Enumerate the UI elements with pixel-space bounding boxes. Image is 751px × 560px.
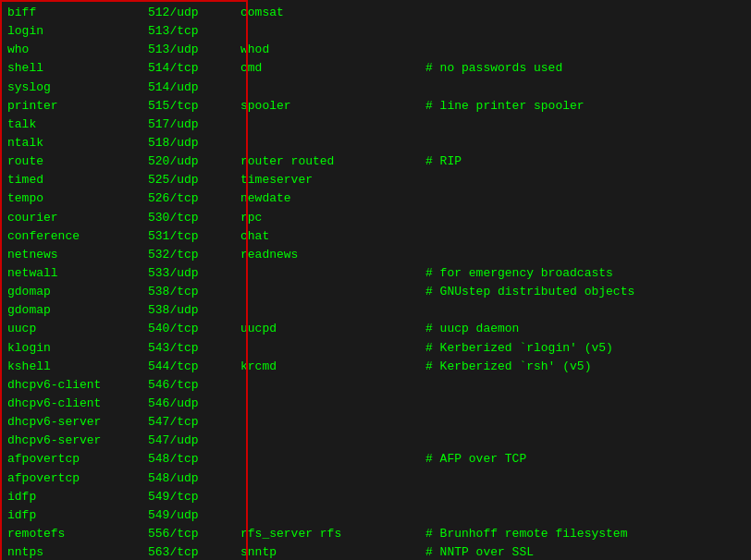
table-row: biff512/udpcomsat bbox=[0, 4, 751, 22]
service-port: 514/udp bbox=[148, 79, 240, 97]
service-alias bbox=[240, 116, 425, 134]
service-name: login bbox=[0, 22, 148, 41]
table-row: dhcpv6-server547/udp bbox=[0, 432, 751, 450]
service-alias: comsat bbox=[240, 4, 425, 22]
service-comment: # uucp daemon bbox=[425, 320, 519, 338]
table-row: shell514/tcpcmd# no passwords used bbox=[0, 59, 751, 78]
service-port: 513/udp bbox=[148, 41, 240, 59]
service-name: nntps bbox=[0, 543, 148, 560]
service-name: ntalk bbox=[0, 134, 148, 152]
service-alias bbox=[240, 79, 425, 97]
service-comment: # NNTP over SSL bbox=[425, 543, 534, 560]
table-row: courier530/tcprpc bbox=[0, 209, 751, 227]
service-alias bbox=[240, 395, 425, 413]
table-row: route520/udprouter routed# RIP bbox=[0, 152, 751, 171]
service-name: afpovertcp bbox=[0, 450, 148, 469]
service-port: 546/udp bbox=[148, 395, 240, 413]
service-port: 548/udp bbox=[148, 469, 240, 488]
service-port: 544/tcp bbox=[148, 358, 240, 376]
table-row: dhcpv6-client546/udp bbox=[0, 395, 751, 413]
table-row: printer515/tcpspooler# line printer spoo… bbox=[0, 97, 751, 116]
service-comment: # Brunhoff remote filesystem bbox=[425, 525, 627, 543]
service-port: 520/udp bbox=[148, 152, 240, 171]
table-row: syslog514/udp bbox=[0, 79, 751, 97]
service-name: courier bbox=[0, 209, 148, 227]
service-alias bbox=[240, 450, 425, 469]
service-alias bbox=[240, 469, 425, 488]
service-port: 526/tcp bbox=[148, 189, 240, 208]
service-name: netnews bbox=[0, 246, 148, 264]
table-row: talk517/udp bbox=[0, 116, 751, 134]
service-alias: chat bbox=[240, 227, 425, 246]
service-port: 533/udp bbox=[148, 264, 240, 283]
service-name: tempo bbox=[0, 189, 148, 208]
service-alias bbox=[240, 488, 425, 506]
service-alias bbox=[240, 339, 425, 358]
service-comment: # for emergency broadcasts bbox=[425, 264, 613, 283]
service-port: 514/tcp bbox=[148, 59, 240, 78]
table-row: idfp549/udp bbox=[0, 506, 751, 525]
service-name: klogin bbox=[0, 339, 148, 358]
table-row: tempo526/tcpnewdate bbox=[0, 189, 751, 208]
service-comment: # Kerberized `rlogin' (v5) bbox=[425, 339, 613, 358]
service-port: 513/tcp bbox=[148, 22, 240, 41]
service-comment: # no passwords used bbox=[425, 59, 562, 78]
table-row: login513/tcp bbox=[0, 22, 751, 41]
service-name: idfp bbox=[0, 488, 148, 506]
table-row: gdomap538/tcp# GNUstep distributed objec… bbox=[0, 283, 751, 301]
service-port: 512/udp bbox=[148, 4, 240, 22]
terminal-window: biff512/udpcomsatlogin513/tcpwho513/udpw… bbox=[0, 0, 751, 560]
service-port: 532/tcp bbox=[148, 246, 240, 264]
service-alias: timeserver bbox=[240, 171, 425, 189]
table-row: ntalk518/udp bbox=[0, 134, 751, 152]
service-name: gdomap bbox=[0, 301, 148, 320]
service-alias: uucpd bbox=[240, 320, 425, 338]
service-alias bbox=[240, 376, 425, 395]
table-row: afpovertcp548/tcp# AFP over TCP bbox=[0, 450, 751, 469]
service-port: 556/tcp bbox=[148, 525, 240, 543]
service-port: 549/tcp bbox=[148, 488, 240, 506]
service-port: 518/udp bbox=[148, 134, 240, 152]
service-name: dhcpv6-client bbox=[0, 376, 148, 395]
service-alias bbox=[240, 264, 425, 283]
service-name: remotefs bbox=[0, 525, 148, 543]
service-name: syslog bbox=[0, 79, 148, 97]
service-name: afpovertcp bbox=[0, 469, 148, 488]
service-alias: whod bbox=[240, 41, 425, 59]
service-alias bbox=[240, 301, 425, 320]
service-port: 563/tcp bbox=[148, 543, 240, 560]
service-name: dhcpv6-client bbox=[0, 395, 148, 413]
service-alias bbox=[240, 413, 425, 432]
service-alias bbox=[240, 134, 425, 152]
service-name: talk bbox=[0, 116, 148, 134]
table-row: nntps563/tcpsnntp# NNTP over SSL bbox=[0, 543, 751, 560]
table-row: idfp549/tcp bbox=[0, 488, 751, 506]
service-port: 538/tcp bbox=[148, 283, 240, 301]
table-row: kshell544/tcpkrcmd# Kerberized `rsh' (v5… bbox=[0, 358, 751, 376]
service-alias: snntp bbox=[240, 543, 425, 560]
service-port: 547/tcp bbox=[148, 413, 240, 432]
service-port: 515/tcp bbox=[148, 97, 240, 116]
table-row: dhcpv6-client546/tcp bbox=[0, 376, 751, 395]
service-alias: router routed bbox=[240, 152, 425, 171]
service-name: printer bbox=[0, 97, 148, 116]
service-alias bbox=[240, 432, 425, 450]
service-name: gdomap bbox=[0, 283, 148, 301]
table-row: timed525/udptimeserver bbox=[0, 171, 751, 189]
service-alias: cmd bbox=[240, 59, 425, 78]
service-name: idfp bbox=[0, 506, 148, 525]
table-row: afpovertcp548/udp bbox=[0, 469, 751, 488]
service-comment: # Kerberized `rsh' (v5) bbox=[425, 358, 591, 376]
table-row: dhcpv6-server547/tcp bbox=[0, 413, 751, 432]
service-alias: rpc bbox=[240, 209, 425, 227]
service-comment: # GNUstep distributed objects bbox=[425, 283, 634, 301]
table-row: uucp540/tcpuucpd# uucp daemon bbox=[0, 320, 751, 338]
service-comment: # line printer spooler bbox=[425, 97, 585, 116]
service-name: dhcpv6-server bbox=[0, 432, 148, 450]
service-port: 543/tcp bbox=[148, 339, 240, 358]
service-alias bbox=[240, 22, 425, 41]
table-row: conference531/tcpchat bbox=[0, 227, 751, 246]
service-port: 549/udp bbox=[148, 506, 240, 525]
service-port: 547/udp bbox=[148, 432, 240, 450]
service-port: 531/tcp bbox=[148, 227, 240, 246]
